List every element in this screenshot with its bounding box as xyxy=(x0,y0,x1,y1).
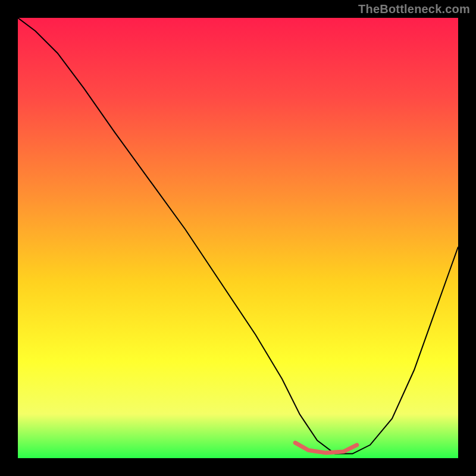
gradient-background xyxy=(18,18,458,458)
chart-frame xyxy=(18,18,458,458)
watermark-text: TheBottleneck.com xyxy=(358,2,470,16)
chart-svg xyxy=(18,18,458,458)
